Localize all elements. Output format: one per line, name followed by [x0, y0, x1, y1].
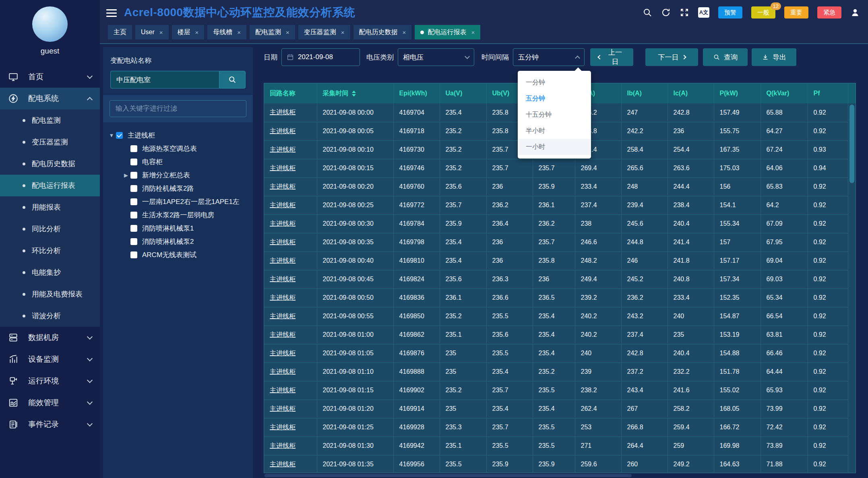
checkbox[interactable]	[130, 159, 137, 165]
tab[interactable]: 母线槽 ×	[207, 25, 246, 39]
tab[interactable]: 配电监测 ×	[250, 25, 295, 39]
close-icon[interactable]: ×	[471, 29, 475, 36]
close-icon[interactable]: ×	[286, 29, 289, 36]
tree-node[interactable]: 一层南1APE2右一层北1APE1左	[107, 195, 249, 208]
vertical-scrollbar[interactable]	[848, 103, 856, 473]
refresh-icon[interactable]	[661, 8, 671, 17]
dropdown-option[interactable]: 十五分钟	[518, 107, 591, 123]
circuit-link[interactable]: 主进线柜	[270, 239, 296, 245]
circuit-link[interactable]: 主进线柜	[270, 405, 296, 412]
circuit-link[interactable]: 主进线柜	[270, 202, 296, 208]
close-icon[interactable]: ×	[159, 29, 163, 36]
circuit-link[interactable]: 主进线柜	[270, 128, 296, 134]
dropdown-option[interactable]: 一小时	[518, 139, 591, 155]
circuit-link[interactable]: 主进线柜	[270, 183, 296, 190]
checkbox[interactable]	[130, 212, 137, 218]
column-header[interactable]: Q(kVar)	[761, 83, 808, 103]
dropdown-option[interactable]: 五分钟	[518, 91, 591, 107]
column-header[interactable]: Ib(A)	[621, 83, 668, 103]
column-header[interactable]: P(kW)	[714, 83, 761, 103]
circuit-link[interactable]: 主进线柜	[270, 165, 296, 171]
sort-icon[interactable]	[352, 91, 356, 97]
column-header[interactable]: Pf	[808, 83, 848, 103]
dropdown-option[interactable]: 半小时	[518, 123, 591, 139]
horizontal-scrollbar[interactable]	[264, 473, 856, 478]
circuit-link[interactable]: 主进线柜	[270, 461, 296, 468]
table-row[interactable]: 主进线柜 2021-09-08 00:35 4169798 235.4 236 …	[264, 233, 848, 251]
table-row[interactable]: 主进线柜 2021-09-08 01:05 4169876 235 235.5 …	[264, 344, 848, 363]
station-search-input[interactable]	[110, 71, 219, 89]
tree-node[interactable]: 消防喷淋机械泵1	[107, 222, 249, 235]
checkbox[interactable]	[130, 225, 137, 232]
circuit-link[interactable]: 主进线柜	[270, 294, 296, 301]
user-icon[interactable]	[850, 8, 860, 17]
tab[interactable]: 配电历史数据 ×	[353, 25, 412, 39]
sidebar-item-device-monitor[interactable]: 设备监测	[0, 348, 100, 370]
tree-node[interactable]: 消防喷淋机械泵2	[107, 235, 249, 248]
submenu-item[interactable]: 用能报表	[0, 196, 100, 218]
dropdown-option[interactable]: 一分钟	[518, 74, 591, 91]
date-picker[interactable]: 2021-09-08	[281, 48, 360, 66]
submenu-item[interactable]: 谐波分析	[0, 305, 100, 327]
close-icon[interactable]: ×	[237, 29, 241, 36]
menu-collapse-icon[interactable]	[106, 9, 117, 17]
interval-select[interactable]: 五分钟	[513, 48, 585, 66]
circuit-link[interactable]: 主进线柜	[270, 146, 296, 153]
submenu-item[interactable]: 配电运行报表	[0, 175, 100, 196]
submenu-item[interactable]: 环比分析	[0, 240, 100, 262]
table-row[interactable]: 主进线柜 2021-09-08 00:15 4169746 235.2 235.…	[264, 159, 848, 177]
sidebar-item-environment[interactable]: 运行环境	[0, 370, 100, 392]
user-avatar[interactable]	[32, 6, 68, 42]
table-row[interactable]: 主进线柜 2021-09-08 01:20 4169914 235 235.4 …	[264, 400, 848, 418]
query-button[interactable]: 查询	[703, 48, 748, 66]
table-row[interactable]: 主进线柜 2021-09-08 00:40 4169810 235.4 236 …	[264, 251, 848, 270]
circuit-link[interactable]: 主进线柜	[270, 368, 296, 375]
tree-node[interactable]: 地源热泵空调总表	[107, 142, 249, 155]
table-row[interactable]: 主进线柜 2021-09-08 00:45 4169824 235.6 236.…	[264, 270, 848, 288]
circuit-link[interactable]: 主进线柜	[270, 424, 296, 431]
submenu-item[interactable]: 配电历史数据	[0, 153, 100, 175]
column-header[interactable]: Ua(V)	[440, 83, 486, 103]
voltage-type-select[interactable]: 相电压	[398, 48, 474, 66]
checkbox[interactable]	[130, 238, 137, 245]
submenu-item[interactable]: 电能集抄	[0, 262, 100, 283]
tree-node[interactable]: ▶ 新增分立柜总表	[107, 169, 249, 182]
close-icon[interactable]: ×	[341, 29, 345, 36]
close-icon[interactable]: ×	[195, 29, 199, 36]
column-header[interactable]: Ic(A)	[668, 83, 714, 103]
column-header[interactable]: Epi(kWh)	[393, 83, 440, 103]
submenu-item[interactable]: 同比分析	[0, 218, 100, 240]
table-row[interactable]: 主进线柜 2021-09-08 00:55 4169850 235.2 235.…	[264, 307, 848, 326]
table-row[interactable]: 主进线柜 2021-09-08 00:20 4169760 235.6 236 …	[264, 177, 848, 196]
tab[interactable]: 配电运行报表 ×	[415, 25, 480, 39]
table-row[interactable]: 主进线柜 2021-09-08 01:25 4169928 235.3 235.…	[264, 418, 848, 437]
fullscreen-icon[interactable]	[680, 8, 689, 17]
tree-filter-input[interactable]	[110, 100, 246, 117]
circuit-link[interactable]: 主进线柜	[270, 109, 296, 115]
scrollbar-thumb[interactable]	[265, 474, 632, 477]
circuit-link[interactable]: 主进线柜	[270, 331, 296, 338]
submenu-item[interactable]: 变压器监测	[0, 131, 100, 153]
export-button[interactable]: 导出	[752, 48, 796, 66]
tree-node[interactable]: 消防栓机械泵2路	[107, 182, 249, 195]
alarm-warning-button[interactable]: 预警	[718, 6, 742, 19]
tree-node[interactable]: 电容柜	[107, 155, 249, 169]
alarm-general-button[interactable]: 一般 12	[751, 6, 775, 19]
table-row[interactable]: 主进线柜 2021-09-08 01:35 4169956 235.5 235.…	[264, 455, 848, 473]
scrollbar-thumb[interactable]	[849, 105, 854, 183]
circuit-link[interactable]: 主进线柜	[270, 350, 296, 356]
submenu-item[interactable]: 用能及电费报表	[0, 283, 100, 305]
circuit-link[interactable]: 主进线柜	[270, 276, 296, 282]
alarm-urgent-button[interactable]: 紧急	[817, 6, 841, 19]
next-day-button[interactable]: 下一日	[645, 48, 698, 66]
tree-node-root[interactable]: ▼ 主进线柜	[107, 129, 249, 142]
search-icon[interactable]	[643, 8, 652, 17]
tree-node[interactable]: ARCM无线表测试	[107, 248, 249, 262]
sidebar-item-power-system[interactable]: 配电系统	[0, 88, 100, 109]
prev-day-button[interactable]: 上一日	[590, 48, 633, 66]
expand-icon[interactable]: ▼	[107, 132, 116, 138]
close-icon[interactable]: ×	[403, 29, 406, 36]
circuit-link[interactable]: 主进线柜	[270, 257, 296, 264]
circuit-link[interactable]: 主进线柜	[270, 442, 296, 449]
table-row[interactable]: 主进线柜 2021-09-08 01:00 4169862 235.1 235.…	[264, 326, 848, 344]
